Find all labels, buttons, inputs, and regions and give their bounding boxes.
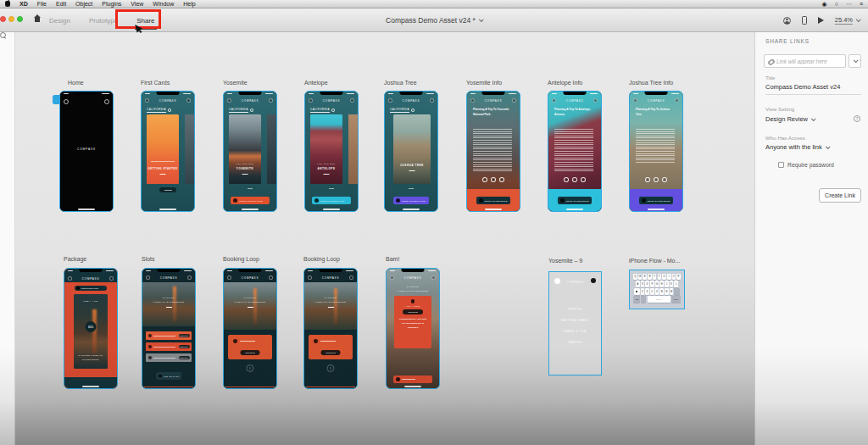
title-label: Title: [765, 75, 775, 81]
card-title: YOSEMITE: [229, 167, 261, 170]
artboard-label[interactable]: Yosemite Info: [466, 80, 502, 86]
artboard-home[interactable]: COMPASS: [59, 91, 114, 212]
xd-application-window: XD File Edit Object Plugins View Window …: [0, 0, 868, 445]
close-window-button[interactable]: [0, 16, 6, 22]
package-photo-card: FEB | APR $450 CAMPING FIREFALL EXPERIEN…: [74, 294, 108, 369]
artboard-bam[interactable]: COMPASS CAMPING FIREFALL EXPERIENCE APR …: [386, 268, 440, 389]
creative-cloud-icon[interactable]: ◉: [822, 1, 827, 8]
menu-view[interactable]: View: [131, 1, 143, 7]
menu-object[interactable]: Object: [75, 1, 92, 7]
share-link-input[interactable]: Link will appear here: [764, 54, 846, 68]
menu-help[interactable]: Help: [183, 1, 195, 7]
artboard-label[interactable]: Joshua Tree: [384, 80, 417, 86]
access-dropdown[interactable]: Anyone with the link: [765, 143, 861, 151]
artboard-label[interactable]: First Cards: [141, 80, 170, 86]
create-link-button[interactable]: Create Link: [819, 188, 861, 203]
require-password-checkbox[interactable]: [778, 162, 784, 168]
scroll-indicator-icon: S: [327, 364, 335, 372]
artboard-label[interactable]: Joshua Tree Info: [629, 80, 673, 86]
artboard-booking-loop-2[interactable]: COMPASS CAMPING FIREFALL EXPERIENCE CONT…: [303, 268, 358, 389]
tab-prototype[interactable]: Prototype: [89, 17, 118, 25]
apple-logo-icon[interactable]: [5, 1, 10, 7]
artboard-first-cards[interactable]: COMPASS CALIFORNIA GETTING STARTED: [141, 91, 195, 212]
slots-photo: CAMPING FIREFALL EXPERIENCE: [142, 282, 195, 326]
artboard-booking-loop-1[interactable]: COMPASS CAMPING FIREFALL EXPERIENCE CONT…: [223, 268, 277, 389]
confirmation-message: Congratulations! Your Spot For The Exper…: [394, 314, 431, 330]
status-circle-icon[interactable]: ○: [835, 1, 838, 7]
book-now-button: BOOK NOW: [179, 345, 190, 349]
home-artboard-flag-icon[interactable]: [53, 95, 60, 104]
book-experience-button: BOOK EXPERIENCE: [558, 197, 592, 204]
artboard-label[interactable]: Antelope: [304, 80, 328, 86]
artboard-antelope[interactable]: COMPASS CALIFORNIA PICK YOUR SPOT ANTELO…: [304, 91, 359, 212]
artboard-joshua-tree[interactable]: COMPASS CALIFORNIA JOSHUA TREE MORE INFO…: [384, 91, 438, 212]
xd-toolbar: Design Prototype Share Compass Demo Asse…: [0, 8, 868, 32]
device-preview-icon[interactable]: [802, 16, 807, 25]
chevron-down-icon: [826, 144, 831, 149]
more-icon[interactable]: ⋯: [846, 1, 852, 8]
title-value-field[interactable]: Compass Demo Asset v24: [765, 83, 861, 95]
panel-header: SHARE LINKS: [765, 38, 810, 44]
joshua-tree-photo-card: JOSHUA TREE: [393, 114, 431, 184]
chevron-down-icon: [811, 116, 816, 121]
button-label: BOOK EXPERIENCE: [485, 200, 508, 202]
chevron-down-icon: [856, 17, 861, 22]
artboard-yosemite[interactable]: COMPASS CALIFORNIA PICK YOUR SPOT YOSEMI…: [223, 91, 277, 212]
artboard-label[interactable]: Bam!: [386, 256, 399, 262]
design-canvas[interactable]: Home COMPASS First Cards COMPASS CALIFOR…: [15, 32, 754, 445]
help-icon[interactable]: ?: [854, 115, 860, 122]
artboard-label[interactable]: Booking Loop: [303, 256, 340, 262]
menu-item: TRAVEL & STAY: [549, 330, 601, 333]
menu-item: PROFILE: [549, 308, 601, 311]
view-setting-dropdown[interactable]: Design Review: [765, 115, 861, 123]
title-value: Compass Demo Asset v24: [765, 83, 840, 91]
artboard-slots[interactable]: COMPASS CAMPING FIREFALL EXPERIENCE BOOK…: [142, 268, 196, 389]
chevron-down-icon: [479, 17, 484, 22]
artboard-label[interactable]: Package: [64, 256, 86, 262]
map-icon: [572, 177, 577, 182]
list-icon[interactable]: ≡: [860, 1, 863, 7]
user-avatar-icon[interactable]: [783, 17, 791, 25]
left-tool-strip: [0, 32, 15, 445]
zoom-level-control[interactable]: 25.4%: [835, 16, 860, 25]
artboard-yosemite-info[interactable]: COMPASS Planning A Trip To Yosemite Nati…: [466, 91, 520, 212]
shift-key-icon: [634, 288, 640, 294]
button-label: ADD TO CART: [164, 375, 180, 377]
pill-label: MORE INFORMATION: [81, 287, 98, 289]
artboard-label[interactable]: Home: [68, 80, 84, 86]
gallery-icon: [645, 177, 650, 182]
menu-edit[interactable]: Edit: [56, 1, 66, 7]
artboard-label[interactable]: iPhone Flow - Mo...: [629, 258, 680, 264]
artboard-label[interactable]: Booking Loop: [223, 256, 259, 262]
artboard-label[interactable]: Yosemite: [223, 80, 248, 86]
document-title-dropdown[interactable]: Compass Demo Asset v24 *: [386, 8, 482, 32]
minimize-window-button[interactable]: [8, 16, 14, 22]
link-options-dropdown[interactable]: [849, 54, 861, 68]
artboard-joshua-tree-info[interactable]: COMPASS Planning A Trip To Joshua Tree. …: [629, 91, 683, 212]
artboard-label[interactable]: Yosemite – 9: [548, 258, 582, 264]
tab-share-underline: [135, 28, 156, 30]
tab-share[interactable]: Share: [136, 17, 154, 25]
menu-xd[interactable]: XD: [19, 1, 28, 7]
artboard-yosemite-9[interactable]: COMPASS PROFILE NATIONAL PARKS TRAVEL & …: [548, 271, 602, 375]
menu-file[interactable]: File: [37, 1, 47, 7]
artboard-package[interactable]: COMPASS MORE INFORMATION FEB | APR $450 …: [64, 268, 118, 389]
confirmation-card: APR | JUNE CONTINUE Congratulations! You…: [394, 296, 431, 348]
location-label: CALIFORNIA: [229, 108, 248, 113]
artboard-label[interactable]: Slots: [142, 256, 155, 262]
getting-started-card: GETTING STARTED: [147, 114, 179, 184]
button-label: BOOK EXPERIENCE: [648, 200, 670, 202]
play-preview-icon[interactable]: [818, 17, 824, 24]
artboard-antelope-info[interactable]: COMPASS Planning A Trip To Antelope, Ari…: [548, 91, 602, 212]
maximize-window-button[interactable]: [17, 16, 23, 22]
tab-design[interactable]: Design: [49, 17, 70, 25]
card-eyebrow: PICK YOUR SPOT: [229, 163, 261, 164]
menu-window[interactable]: Window: [153, 1, 174, 7]
app-header-title: COMPASS: [159, 99, 176, 103]
artboard-label[interactable]: Antelope Info: [548, 80, 582, 86]
weather-icon: [662, 177, 667, 182]
home-icon[interactable]: [32, 14, 42, 24]
artboard-iphone-keyboard[interactable]: QWERTYUIOP ASDFGHJKL ZXCVBNM 123 space r…: [629, 270, 685, 309]
menu-plugins[interactable]: Plugins: [102, 1, 121, 7]
slot-row: BOOK NOW: [146, 342, 192, 351]
